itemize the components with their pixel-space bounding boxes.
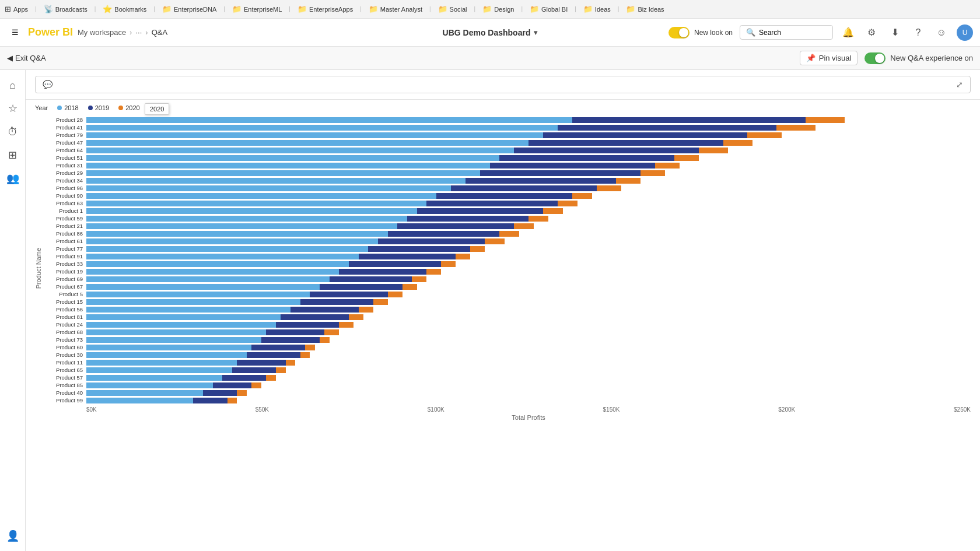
bar-segment-2018[interactable] — [86, 193, 436, 199]
bar-row[interactable] — [86, 268, 971, 275]
bar-segment-2020[interactable] — [723, 140, 752, 146]
bar-segment-2020[interactable] — [402, 284, 417, 290]
bar-row[interactable] — [86, 199, 971, 207]
bar-segment-2020[interactable] — [276, 367, 286, 373]
bar-segment-2019[interactable] — [281, 314, 349, 320]
bar-segment-2019[interactable] — [266, 329, 324, 335]
bar-segment-2018[interactable] — [86, 185, 451, 191]
bar-segment-2018[interactable] — [86, 314, 281, 320]
bar-segment-2018[interactable] — [86, 201, 426, 206]
bar-row[interactable] — [86, 260, 971, 268]
nav-item-design[interactable]: 📁Design — [482, 5, 514, 13]
bar-segment-2019[interactable] — [466, 178, 616, 184]
bar-segment-2019[interactable] — [193, 398, 227, 403]
bar-segment-2019[interactable] — [426, 201, 558, 206]
bar-segment-2020[interactable] — [558, 201, 577, 206]
sidebar-item-shared[interactable]: 👥 — [2, 168, 23, 189]
nav-item-enterpriseml[interactable]: 📁EnterpriseML — [232, 5, 282, 13]
bar-segment-2018[interactable] — [86, 269, 339, 275]
sidebar-item-home[interactable]: ⌂ — [2, 75, 23, 96]
bar-segment-2020[interactable] — [251, 382, 261, 388]
bar-segment-2018[interactable] — [86, 382, 213, 388]
bar-segment-2020[interactable] — [286, 360, 296, 366]
bar-segment-2020[interactable] — [514, 223, 533, 229]
dashboard-title-button[interactable]: UBG Demo Dashboard ▾ — [443, 28, 538, 37]
bar-row[interactable] — [86, 343, 971, 351]
bar-segment-2018[interactable] — [86, 307, 290, 313]
nav-item-global-bi[interactable]: 📁Global BI — [530, 5, 568, 13]
nav-item-broadcasts[interactable]: 📡Broadcasts — [44, 5, 88, 13]
bar-row[interactable] — [86, 177, 971, 184]
help-button[interactable]: ? — [910, 24, 926, 41]
bar-segment-2018[interactable] — [86, 299, 300, 305]
nav-item-enterpriseapps[interactable]: 📁EnterpriseApps — [298, 5, 353, 13]
pin-visual-button[interactable]: 📌 Pin visual — [800, 51, 858, 65]
bar-row[interactable] — [86, 389, 971, 396]
feedback-button[interactable]: ☺ — [933, 24, 950, 41]
bar-segment-2020[interactable] — [499, 231, 519, 237]
new-look-toggle[interactable] — [668, 27, 690, 38]
bar-segment-2019[interactable] — [543, 132, 747, 138]
bar-segment-2018[interactable] — [86, 329, 266, 335]
bar-segment-2019[interactable] — [499, 155, 674, 161]
bar-row[interactable] — [86, 154, 971, 162]
bar-segment-2019[interactable] — [558, 125, 776, 131]
qa-input-box[interactable]: 💬 show total profits by product name in … — [35, 76, 971, 93]
nav-item-biz-ideas[interactable]: 📁Biz Ideas — [626, 5, 664, 13]
bar-segment-2018[interactable] — [86, 223, 397, 229]
bar-segment-2018[interactable] — [86, 367, 232, 373]
bar-row[interactable] — [86, 169, 971, 177]
bar-segment-2019[interactable] — [572, 117, 806, 123]
bar-segment-2019[interactable] — [359, 254, 456, 259]
bar-segment-2018[interactable] — [86, 132, 543, 138]
search-box[interactable]: 🔍 Search — [740, 25, 833, 40]
bar-segment-2018[interactable] — [86, 155, 499, 161]
sidebar-item-favorites[interactable]: ☆ — [2, 98, 23, 119]
bar-segment-2019[interactable] — [251, 345, 305, 350]
bar-segment-2018[interactable] — [86, 337, 261, 343]
bar-segment-2019[interactable] — [417, 208, 544, 214]
bar-segment-2020[interactable] — [441, 261, 456, 267]
bar-row[interactable] — [86, 374, 971, 381]
bar-row[interactable] — [86, 313, 971, 321]
notifications-button[interactable]: 🔔 — [840, 24, 856, 41]
bar-segment-2018[interactable] — [86, 178, 466, 184]
nav-item-social[interactable]: 📁Social — [438, 5, 467, 13]
bar-segment-2020[interactable] — [237, 390, 247, 396]
bar-row[interactable] — [86, 222, 971, 230]
bar-row[interactable] — [86, 359, 971, 366]
sidebar-item-recent[interactable]: ⏱ — [2, 121, 23, 142]
bar-row[interactable] — [86, 321, 971, 328]
bar-segment-2018[interactable] — [86, 246, 368, 252]
bar-row[interactable] — [86, 336, 971, 343]
bar-segment-2019[interactable] — [407, 216, 528, 222]
bar-segment-2018[interactable] — [86, 148, 514, 153]
nav-item-ideas[interactable]: 📁Ideas — [583, 5, 611, 13]
bar-row[interactable] — [86, 139, 971, 146]
bar-segment-2018[interactable] — [86, 231, 388, 237]
nav-item-bookmarks[interactable]: ⭐Bookmarks — [103, 5, 146, 13]
bar-segment-2018[interactable] — [86, 140, 528, 146]
qa-input[interactable]: show total profits by product name in ye… — [57, 80, 951, 89]
new-qa-toggle[interactable] — [864, 52, 886, 64]
bar-row[interactable] — [86, 124, 971, 131]
bar-segment-2019[interactable] — [290, 307, 359, 313]
bar-segment-2018[interactable] — [86, 322, 276, 328]
bar-segment-2018[interactable] — [86, 125, 558, 131]
bar-segment-2019[interactable] — [213, 382, 252, 388]
bar-row[interactable] — [86, 396, 971, 404]
bar-segment-2019[interactable] — [222, 375, 266, 381]
download-button[interactable]: ⬇ — [887, 24, 903, 41]
bar-segment-2020[interactable] — [543, 208, 562, 214]
bar-segment-2018[interactable] — [86, 375, 222, 381]
bar-segment-2020[interactable] — [349, 314, 363, 320]
hamburger-button[interactable]: ☰ — [7, 24, 23, 41]
bar-segment-2018[interactable] — [86, 208, 417, 214]
bar-segment-2020[interactable] — [699, 148, 728, 153]
bar-segment-2020[interactable] — [228, 398, 237, 403]
bar-segment-2018[interactable] — [86, 352, 247, 358]
bar-segment-2018[interactable] — [86, 261, 349, 267]
bar-row[interactable] — [86, 245, 971, 252]
bar-segment-2018[interactable] — [86, 345, 251, 350]
bar-segment-2020[interactable] — [456, 254, 470, 259]
